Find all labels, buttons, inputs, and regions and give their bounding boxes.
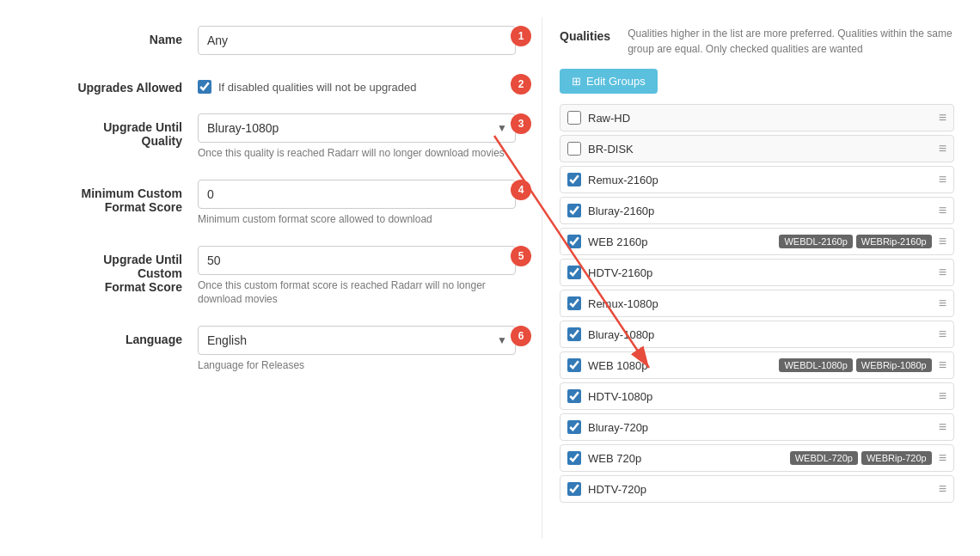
- quality-name: Raw-HD: [588, 112, 925, 125]
- quality-menu-icon[interactable]: ≡: [939, 203, 946, 218]
- upgrades-row: Upgrades Allowed If disabled qualities w…: [60, 74, 516, 95]
- qualities-title: Qualities: [560, 26, 610, 43]
- quality-checkbox[interactable]: [567, 142, 581, 156]
- quality-item: HDTV-720p≡: [560, 475, 954, 503]
- name-label: Name: [60, 26, 198, 46]
- form-section: Name 1 Upgrades Allowed If disabled qual…: [9, 17, 542, 539]
- quality-item: Bluray-720p≡: [560, 413, 954, 441]
- quality-name: BR-DISK: [588, 143, 925, 156]
- quality-name: WEB 1080p: [588, 359, 772, 372]
- quality-menu-icon[interactable]: ≡: [939, 357, 946, 373]
- min-custom-control: Minimum custom format score allowed to d…: [198, 180, 516, 227]
- quality-checkbox[interactable]: [567, 420, 581, 434]
- quality-checkbox[interactable]: [567, 235, 581, 248]
- quality-menu-icon[interactable]: ≡: [939, 296, 946, 311]
- quality-checkbox[interactable]: [567, 451, 581, 465]
- quality-item: Bluray-1080p≡: [560, 321, 954, 348]
- upgrades-label: Upgrades Allowed: [60, 74, 198, 95]
- quality-list: Raw-HD≡BR-DISK≡Remux-2160p≡Bluray-2160p≡…: [560, 104, 954, 506]
- quality-item: Remux-2160p≡: [560, 166, 954, 193]
- edit-groups-button[interactable]: ⊞ Edit Groups: [560, 69, 658, 94]
- quality-item: BR-DISK≡: [560, 135, 954, 162]
- step-badge-5: 5: [511, 246, 531, 266]
- qualities-section: Qualities Qualities higher in the list a…: [542, 17, 971, 539]
- language-select[interactable]: English French German Spanish Any: [198, 326, 516, 355]
- quality-menu-icon[interactable]: ≡: [939, 141, 946, 156]
- upgrades-checkbox[interactable]: [198, 80, 211, 94]
- quality-tags: WEBDL-720pWEBRip-720p: [790, 451, 932, 465]
- upgrade-quality-row: Upgrade Until Quality Bluray-1080p Blura…: [60, 113, 516, 161]
- quality-name: HDTV-2160p: [588, 266, 925, 279]
- upgrade-custom-hint: Once this custom format score is reached…: [198, 278, 516, 308]
- quality-checkbox[interactable]: [567, 358, 581, 372]
- quality-menu-icon[interactable]: ≡: [939, 419, 946, 435]
- quality-checkbox[interactable]: [567, 266, 581, 279]
- language-label: Language: [60, 326, 198, 346]
- quality-name: HDTV-1080p: [588, 390, 925, 403]
- edit-groups-label: Edit Groups: [586, 75, 646, 88]
- quality-item: Remux-1080p≡: [560, 290, 954, 317]
- quality-menu-icon[interactable]: ≡: [939, 110, 946, 125]
- quality-menu-icon[interactable]: ≡: [939, 450, 946, 466]
- quality-menu-icon[interactable]: ≡: [939, 172, 946, 187]
- step-badge-1: 1: [511, 26, 531, 46]
- quality-tag: WEBDL-720p: [790, 451, 858, 465]
- upgrade-quality-hint: Once this quality is reached Radarr will…: [198, 146, 516, 161]
- quality-menu-icon[interactable]: ≡: [939, 234, 946, 249]
- quality-tags: WEBDL-2160pWEBRip-2160p: [779, 235, 931, 248]
- quality-item: WEB 1080pWEBDL-1080pWEBRip-1080p≡: [560, 351, 954, 379]
- upgrades-checkbox-row: If disabled qualities will not be upgrad…: [198, 74, 516, 94]
- quality-checkbox[interactable]: [567, 327, 581, 341]
- quality-name: Remux-1080p: [588, 297, 925, 310]
- upgrade-quality-label: Upgrade Until Quality: [60, 113, 198, 148]
- upgrade-custom-row: Upgrade Until Custom Format Score Once t…: [60, 246, 516, 308]
- quality-checkbox[interactable]: [567, 296, 581, 310]
- quality-tag: WEBDL-1080p: [779, 358, 852, 372]
- qualities-description: Qualities higher in the list are more pr…: [628, 26, 954, 57]
- qualities-header: Qualities Qualities higher in the list a…: [560, 26, 954, 57]
- step-badge-6: 6: [511, 326, 531, 346]
- name-input[interactable]: [198, 26, 516, 55]
- quality-name: Bluray-2160p: [588, 205, 925, 217]
- upgrade-custom-input[interactable]: [198, 246, 516, 275]
- quality-checkbox[interactable]: [567, 389, 581, 403]
- quality-checkbox[interactable]: [567, 482, 581, 496]
- upgrade-quality-select[interactable]: Bluray-1080p Bluray-2160p Remux-2160p WE…: [198, 113, 516, 143]
- quality-tag: WEBRip-2160p: [856, 235, 932, 248]
- name-control: 1: [198, 26, 516, 55]
- upgrade-custom-label: Upgrade Until Custom Format Score: [60, 246, 198, 294]
- upgrades-hint: If disabled qualities will not be upgrad…: [218, 81, 417, 94]
- name-row: Name 1: [60, 26, 516, 55]
- quality-menu-icon[interactable]: ≡: [939, 388, 946, 404]
- language-control: English French German Spanish Any ▼ Lang…: [198, 326, 516, 373]
- quality-item: WEB 2160pWEBDL-2160pWEBRip-2160p≡: [560, 228, 954, 255]
- quality-name: WEB 2160p: [588, 235, 772, 248]
- quality-item: HDTV-2160p≡: [560, 259, 954, 286]
- quality-item: Bluray-2160p≡: [560, 197, 954, 224]
- quality-item: Raw-HD≡: [560, 104, 954, 131]
- quality-checkbox[interactable]: [567, 173, 581, 186]
- step-badge-4: 4: [511, 180, 531, 200]
- quality-checkbox[interactable]: [567, 111, 581, 125]
- step-badge-3: 3: [511, 113, 531, 134]
- upgrade-quality-select-wrap: Bluray-1080p Bluray-2160p Remux-2160p WE…: [198, 113, 516, 143]
- quality-name: Bluray-1080p: [588, 328, 925, 341]
- quality-item: WEB 720pWEBDL-720pWEBRip-720p≡: [560, 444, 954, 472]
- quality-checkbox[interactable]: [567, 204, 581, 217]
- min-custom-input[interactable]: [198, 180, 516, 209]
- language-row: Language English French German Spanish A…: [60, 326, 516, 373]
- quality-menu-icon[interactable]: ≡: [939, 265, 946, 280]
- min-custom-hint: Minimum custom format score allowed to d…: [198, 212, 516, 227]
- quality-item: HDTV-1080p≡: [560, 382, 954, 410]
- step-badge-2: 2: [511, 74, 531, 95]
- language-select-wrap: English French German Spanish Any ▼: [198, 326, 516, 355]
- quality-tag: WEBRip-1080p: [856, 358, 932, 372]
- quality-menu-icon[interactable]: ≡: [939, 327, 946, 342]
- quality-name: Bluray-720p: [588, 421, 925, 434]
- quality-name: WEB 720p: [588, 452, 783, 465]
- upgrades-control: If disabled qualities will not be upgrad…: [198, 74, 516, 94]
- upgrade-custom-control: Once this custom format score is reached…: [198, 246, 516, 308]
- upgrade-quality-control: Bluray-1080p Bluray-2160p Remux-2160p WE…: [198, 113, 516, 161]
- quality-menu-icon[interactable]: ≡: [939, 481, 946, 497]
- min-custom-label: Minimum Custom Format Score: [60, 180, 198, 214]
